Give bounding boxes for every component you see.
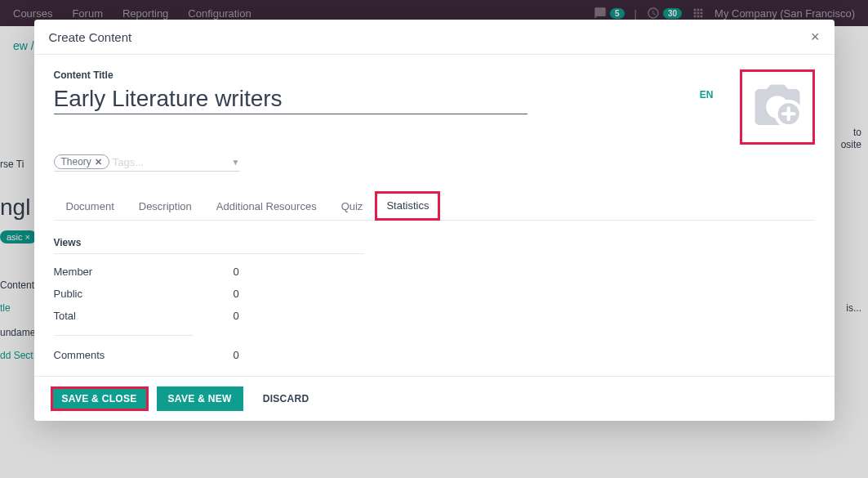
tab-description[interactable]: Description: [127, 191, 204, 221]
stats-divider: [54, 335, 193, 336]
modal-header: Create Content ×: [34, 20, 835, 55]
tab-statistics[interactable]: Statistics: [375, 191, 440, 221]
tag-chip-theory[interactable]: Theory ✕: [54, 154, 109, 169]
camera-plus-icon: [750, 80, 804, 134]
language-indicator[interactable]: EN: [700, 89, 714, 101]
modal-overlay: Create Content × Content Title EN: [0, 0, 868, 478]
stats-value-total: 0: [234, 310, 239, 322]
modal-body: Content Title EN Theory ✕ Tags..: [34, 55, 835, 376]
modal-footer: SAVE & CLOSE SAVE & NEW DISCARD: [34, 376, 835, 421]
tags-input-row[interactable]: Theory ✕ Tags... ▼: [54, 154, 240, 172]
save-new-button[interactable]: SAVE & NEW: [157, 386, 243, 411]
chevron-down-icon[interactable]: ▼: [232, 158, 240, 167]
modal-title: Create Content: [49, 30, 132, 44]
image-upload-box[interactable]: [740, 69, 815, 145]
title-row: Content Title EN: [54, 69, 815, 145]
stats-label-public: Public: [54, 288, 234, 300]
stats-row-public: Public 0: [54, 283, 364, 305]
content-title-input[interactable]: [54, 84, 527, 114]
tab-quiz[interactable]: Quiz: [329, 191, 376, 221]
close-icon[interactable]: ×: [811, 29, 820, 44]
stats-label-comments: Comments: [54, 349, 234, 361]
stats-row-comments: Comments 0: [54, 344, 364, 366]
stats-row-member: Member 0: [54, 261, 364, 283]
views-header: Views: [54, 237, 364, 254]
tab-document[interactable]: Document: [54, 191, 127, 221]
save-close-button[interactable]: SAVE & CLOSE: [51, 386, 149, 411]
content-title-label: Content Title: [54, 69, 690, 81]
create-content-modal: Create Content × Content Title EN: [34, 20, 835, 421]
stats-label-member: Member: [54, 266, 234, 278]
stats-value-public: 0: [234, 288, 239, 300]
tags-placeholder: Tags...: [113, 156, 229, 168]
stats-value-comments: 0: [234, 349, 239, 361]
tag-remove-icon[interactable]: ✕: [95, 157, 102, 168]
statistics-section: Views Member 0 Public 0 Total 0 Comments…: [54, 237, 364, 366]
stats-value-member: 0: [234, 266, 239, 278]
tag-label: Theory: [61, 156, 91, 168]
tab-additional-resources[interactable]: Additional Resources: [204, 191, 329, 221]
title-left: Content Title: [54, 69, 690, 114]
stats-row-total: Total 0: [54, 305, 364, 327]
tabs-bar: Document Description Additional Resource…: [54, 191, 815, 221]
stats-label-total: Total: [54, 310, 234, 322]
discard-button[interactable]: DISCARD: [251, 386, 321, 411]
